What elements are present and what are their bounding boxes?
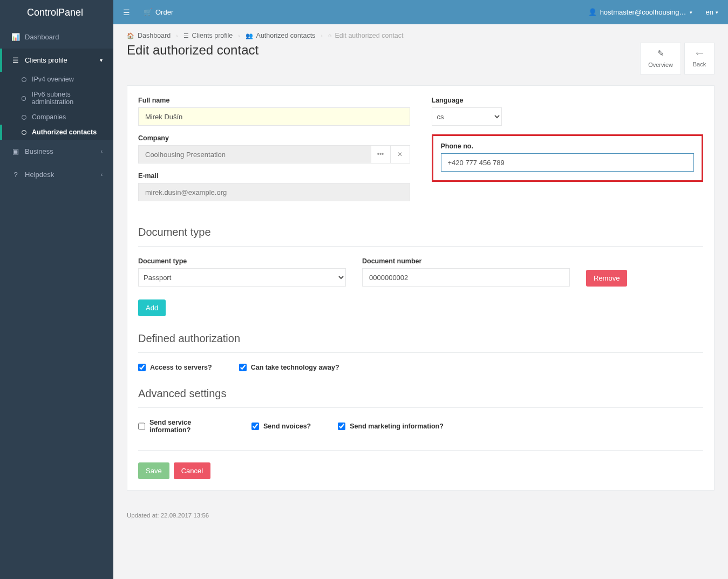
phone-highlight-box: Phone no. — [432, 134, 704, 182]
full-name-input[interactable] — [138, 107, 410, 126]
breadcrumb-sep: › — [176, 33, 178, 39]
document-number-input[interactable] — [362, 268, 570, 287]
question-icon: ? — [11, 171, 21, 179]
sidebar-item-label: Helpdesk — [25, 171, 54, 179]
sidebar-item-business[interactable]: ▣ Business ‹ — [0, 140, 113, 163]
company-label: Company — [138, 134, 410, 142]
add-button[interactable]: Add — [138, 299, 166, 316]
document-type-label: Document type — [138, 257, 346, 265]
footer-updated: Updated at: 22.09.2017 13:56 — [127, 512, 715, 519]
full-name-label: Full name — [138, 97, 410, 104]
chevron-left-icon: ‹ — [101, 172, 103, 178]
company-more-button[interactable]: ••• — [371, 145, 391, 164]
sidebar-item-dashboard[interactable]: 📊 Dashboard — [0, 25, 113, 49]
users-icon: 👥 — [246, 32, 253, 39]
caret-down-icon: ▾ — [716, 10, 718, 15]
phone-input[interactable] — [441, 153, 695, 172]
sidebar: ControlPanel 📊 Dashboard ☰ Clients profi… — [0, 0, 113, 579]
overview-label: Overview — [648, 62, 673, 68]
send-service-checkbox[interactable] — [138, 423, 145, 430]
sidebar-item-label: Business — [25, 147, 53, 155]
caret-down-icon: ▾ — [690, 10, 692, 15]
sidebar-item-label: IPv4 overview — [32, 76, 74, 83]
remove-button[interactable]: Remove — [586, 270, 627, 287]
email-label: E-mail — [138, 172, 410, 180]
user-label: hostmaster@coolhousing… — [600, 8, 686, 16]
lang-label: en — [706, 8, 713, 16]
topbar: ☰ 🛒 Order 👤 hostmaster@coolhousing… ▾ en… — [113, 0, 728, 24]
access-servers-checkbox[interactable] — [138, 364, 146, 371]
sidebar-item-label: Clients profile — [25, 56, 67, 64]
send-invoices-checkbox[interactable] — [251, 423, 259, 430]
sidebar-item-ipv6[interactable]: IPv6 subnets administration — [0, 87, 113, 110]
send-marketing-checkbox[interactable] — [338, 423, 345, 430]
breadcrumb: 🏠 Dashboard › ☰ Clients profile › 👥 Auth… — [127, 32, 404, 39]
breadcrumb-dashboard[interactable]: 🏠 Dashboard — [127, 32, 171, 39]
sidebar-item-authorized-contacts[interactable]: Authorized contacts — [0, 125, 113, 140]
send-invoices-check[interactable]: Send nvoices? — [251, 419, 311, 434]
language-label: Language — [432, 97, 704, 104]
sidebar-item-ipv4[interactable]: IPv4 overview — [0, 72, 113, 87]
breadcrumb-clients-profile[interactable]: ☰ Clients profile — [183, 32, 233, 39]
back-button[interactable]: 🡐 Back — [684, 43, 715, 74]
circle-icon — [22, 96, 26, 101]
chevron-left-icon: ‹ — [101, 148, 103, 154]
section-document-type: Document type — [138, 226, 703, 247]
back-label: Back — [693, 61, 706, 67]
dashboard-icon: 🏠 — [127, 32, 134, 39]
take-technology-check[interactable]: Can take technology away? — [239, 364, 339, 371]
email-input — [138, 183, 410, 201]
cart-icon: 🛒 — [144, 8, 152, 16]
brand-logo: ControlPanel — [0, 0, 113, 25]
sidebar-item-clients-profile[interactable]: ☰ Clients profile ▾ — [0, 49, 113, 72]
user-menu[interactable]: 👤 hostmaster@coolhousing… ▾ — [588, 8, 692, 16]
sidebar-item-companies[interactable]: Companies — [0, 110, 113, 125]
language-menu[interactable]: en ▾ — [706, 8, 718, 16]
breadcrumb-sep: › — [321, 33, 322, 39]
language-select[interactable]: cs — [432, 107, 502, 126]
sidebar-item-label: Dashboard — [25, 33, 59, 41]
section-advanced-settings: Advanced settings — [138, 387, 703, 408]
dashboard-icon: 📊 — [11, 33, 21, 41]
sidebar-item-helpdesk[interactable]: ? Helpdesk ‹ — [0, 163, 113, 186]
edit-icon: ✎ — [648, 49, 673, 58]
sidebar-item-label: Authorized contacts — [32, 128, 97, 136]
page-title: Edit authorized contact — [127, 43, 640, 58]
breadcrumb-current: ○ Edit authorized contact — [328, 32, 404, 39]
save-button[interactable]: Save — [138, 462, 169, 479]
send-service-check[interactable]: Send service information? — [138, 419, 224, 434]
form-panel: Full name Company ••• ✕ E- — [127, 85, 715, 491]
section-defined-authorization: Defined authorization — [138, 332, 703, 353]
order-link[interactable]: 🛒 Order — [144, 8, 173, 16]
list-icon: ☰ — [183, 32, 189, 39]
breadcrumb-authorized-contacts[interactable]: 👥 Authorized contacts — [246, 32, 316, 39]
cancel-button[interactable]: Cancel — [174, 462, 210, 479]
clear-icon: ✕ — [397, 151, 403, 158]
company-clear-button[interactable]: ✕ — [391, 145, 410, 164]
overview-button[interactable]: ✎ Overview — [640, 43, 681, 74]
list-icon: ☰ — [11, 56, 21, 64]
access-servers-check[interactable]: Access to servers? — [138, 364, 212, 371]
send-marketing-check[interactable]: Send marketing information? — [338, 419, 444, 434]
ellipsis-icon: ••• — [377, 151, 384, 158]
take-technology-checkbox[interactable] — [239, 364, 247, 371]
chevron-down-icon: ▾ — [100, 57, 103, 63]
sidebar-submenu: IPv4 overview IPv6 subnets administratio… — [0, 72, 113, 140]
document-type-select[interactable]: Passport — [138, 268, 346, 287]
breadcrumb-sep: › — [238, 33, 240, 39]
menu-toggle-icon[interactable]: ☰ — [123, 8, 130, 17]
money-icon: ▣ — [11, 147, 21, 155]
company-input — [138, 145, 371, 164]
sidebar-item-label: Companies — [32, 113, 66, 121]
circle-icon: ○ — [328, 32, 332, 39]
phone-label: Phone no. — [441, 142, 695, 150]
sidebar-item-label: IPv6 subnets administration — [31, 91, 108, 106]
order-label: Order — [155, 8, 173, 16]
arrow-left-icon: 🡐 — [692, 49, 706, 58]
user-icon: 👤 — [588, 8, 597, 16]
circle-icon — [22, 77, 26, 82]
circle-icon — [22, 115, 26, 120]
document-number-label: Document number — [362, 257, 570, 265]
circle-icon — [22, 130, 26, 135]
